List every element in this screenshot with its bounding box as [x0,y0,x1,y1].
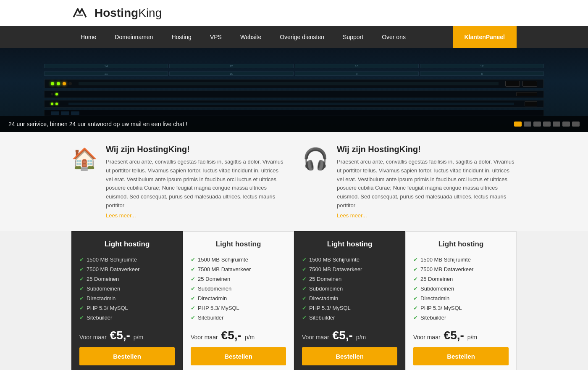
pricing-title-2: Light hosting [191,240,286,248]
pricing-feature: Subdomeinen [79,284,175,293]
pricing-feature: 25 Domeinen [191,274,286,284]
pricing-feature: 1500 MB Schijruimte [191,255,286,264]
pm-label: p/m [134,334,143,341]
info-section: 🏠 Wij zijn HostingKing! Praesent arcu an… [0,132,588,231]
headset-icon: 🎧 [302,147,328,219]
voor-label: Voor maar [302,334,329,341]
nav-hosting[interactable]: Hosting [162,26,200,48]
hero-caption: 24 uur serivice, binnen 24 uur antwoord … [0,116,588,132]
pm-label: p/m [356,334,366,341]
info-left-content: Wij zijn HostingKing! Praesent arcu ante… [106,145,286,219]
pricing-feature: Sitebuilder [413,313,509,322]
bestellen-button-2[interactable]: Bestellen [191,347,286,365]
pricing-feature: PHP 5.3/ MySQL [79,303,175,313]
pricing-feature: Subdomeinen [191,284,286,293]
pricing-feature: 25 Domeinen [413,274,509,284]
info-left-title: Wij zijn HostingKing! [106,145,286,154]
price-row-1: Voor maar €5,- p/m [79,329,175,342]
voor-label: Voor maar [79,334,107,341]
pricing-feature: PHP 5.3/ MySQL [413,303,509,313]
bestellen-button-3[interactable]: Bestellen [302,347,397,365]
logo-text: HostingKing [94,6,162,20]
price-value: €5,- [221,329,242,342]
pricing-section: Light hosting1500 MB Schijruimte7500 MB … [0,231,588,370]
house-icon: 🏠 [71,147,97,219]
pricing-title-1: Light hosting [79,240,175,248]
pricing-card-3: Light hosting1500 MB Schijruimte7500 MB … [294,231,405,370]
info-right-title: Wij zijn HostingKing! [337,145,517,154]
price-row-4: Voor maar €5,- p/m [413,329,509,342]
voor-label: Voor maar [191,334,218,341]
pm-label: p/m [245,334,255,341]
pricing-feature: Subdomeinen [302,284,397,293]
price-value: €5,- [110,329,130,342]
price-row-2: Voor maar €5,- p/m [191,329,286,342]
hero-dot-6[interactable] [562,122,570,127]
pricing-feature: 1500 MB Schijruimte [413,255,509,264]
pricing-card-1: Light hosting1500 MB Schijruimte7500 MB … [71,231,183,370]
bestellen-button-1[interactable]: Bestellen [79,347,175,365]
pricing-feature: 25 Domeinen [302,274,397,284]
pm-label: p/m [467,334,477,341]
voor-label: Voor maar [413,334,441,341]
nav-home[interactable]: Home [71,26,105,48]
nav-domeinnamen[interactable]: Domeinnamen [105,26,162,48]
pricing-feature: 7500 MB Dataverkeer [302,264,397,274]
info-right-content: Wij zijn HostingKing! Praesent arcu ante… [337,145,517,219]
main-nav: Home Domeinnamen Hosting VPS Website Ove… [0,26,588,48]
pricing-card-2: Light hosting1500 MB Schijruimte7500 MB … [183,231,294,370]
pricing-feature: 1500 MB Schijruimte [302,255,397,264]
pricing-feature: 7500 MB Dataverkeer [191,264,286,274]
pricing-feature: Subdomeinen [413,284,509,293]
hero-dot-1[interactable] [514,122,522,127]
hero-dot-7[interactable] [572,122,580,127]
pricing-feature: Directadmin [413,293,509,303]
price-row-3: Voor maar €5,- p/m [302,329,397,342]
bestellen-button-4[interactable]: Bestellen [413,347,509,365]
nav-klantenpaneel[interactable]: KlantenPaneel [453,26,517,48]
info-left-link[interactable]: Lees meer... [106,212,136,219]
hero-caption-text: 24 uur serivice, binnen 24 uur antwoord … [8,121,187,127]
nav-over[interactable]: Over ons [373,26,415,48]
logo-icon [71,7,88,19]
hero-dot-5[interactable] [553,122,560,127]
hero-banner: 14 15 16 12 11 10 8 6 [0,48,588,132]
pricing-feature: 7500 MB Dataverkeer [413,264,509,274]
hero-dots [514,122,580,127]
pricing-feature: PHP 5.3/ MySQL [191,303,286,313]
pricing-title-4: Light hosting [413,240,509,248]
pricing-feature: Sitebuilder [191,313,286,322]
pricing-feature: PHP 5.3/ MySQL [302,303,397,313]
nav-vps[interactable]: VPS [201,26,231,48]
info-right-body: Praesent arcu ante, convallis egestas fa… [337,158,517,210]
pricing-feature: Sitebuilder [79,313,175,322]
nav-website[interactable]: Website [231,26,270,48]
pricing-card-4: Light hosting1500 MB Schijruimte7500 MB … [405,231,517,370]
info-right-link[interactable]: Lees meer... [337,212,367,219]
info-right: 🎧 Wij zijn HostingKing! Praesent arcu an… [302,145,517,219]
hero-dot-2[interactable] [524,122,531,127]
pricing-title-3: Light hosting [302,240,397,248]
nav-overige[interactable]: Overige diensten [270,26,333,48]
hero-dot-4[interactable] [543,122,551,127]
hero-dot-3[interactable] [533,122,541,127]
pricing-feature: Directadmin [79,293,175,303]
pricing-feature: Directadmin [191,293,286,303]
price-value: €5,- [444,329,464,342]
nav-support[interactable]: Support [333,26,373,48]
pricing-feature: Sitebuilder [302,313,397,322]
info-left-body: Praesent arcu ante, convallis egestas fa… [106,158,286,210]
price-value: €5,- [333,329,353,342]
pricing-feature: Directadmin [302,293,397,303]
pricing-feature: 1500 MB Schijruimte [79,255,175,264]
pricing-feature: 25 Domeinen [79,274,175,284]
info-left: 🏠 Wij zijn HostingKing! Praesent arcu an… [71,145,286,219]
pricing-feature: 7500 MB Dataverkeer [79,264,175,274]
header: HostingKing [0,0,588,26]
